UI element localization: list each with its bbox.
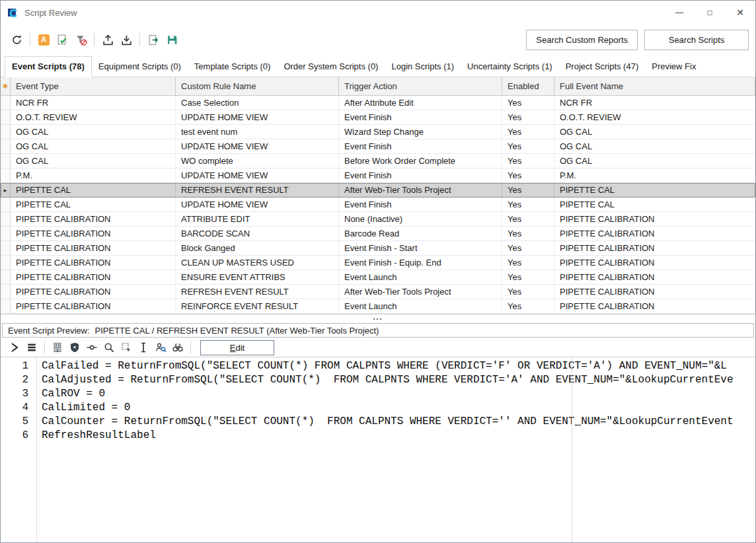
clear-filter-icon[interactable] (72, 32, 89, 48)
table-row[interactable]: OG CALUPDATE HOME VIEWEvent FinishYesOG … (1, 139, 755, 154)
row-selector[interactable] (1, 241, 11, 255)
code-editor[interactable]: 123456 CalFailed = ReturnFromSQL("SELECT… (1, 357, 755, 542)
table-row[interactable]: ▸PIPETTE CALREFRESH EVENT RESULTAfter We… (1, 183, 755, 198)
table-row[interactable]: NCR FRCase SelectionAfter Attribute Edit… (1, 96, 755, 110)
code-line[interactable]: CalLimited = 0 (42, 401, 755, 415)
save-icon[interactable] (163, 32, 180, 48)
tab-template-scripts-0[interactable]: Template Scripts (0) (188, 57, 278, 77)
table-row[interactable]: PIPETTE CALIBRATIONBARCODE SCANBarcode R… (1, 227, 755, 241)
toolbar-separator (139, 33, 140, 46)
line-number: 2 (1, 373, 28, 387)
code-line[interactable]: CalCounter = ReturnFromSQL("SELECT COUNT… (42, 415, 755, 429)
table-cell: CLEAN UP MASTERS USED (176, 256, 339, 270)
tab-order-system-scripts-0[interactable]: Order System Scripts (0) (277, 57, 385, 77)
table-row[interactable]: P.M.UPDATE HOME VIEWEvent FinishYesP.M. (1, 168, 755, 183)
user-search-icon[interactable] (153, 340, 169, 355)
zoom-icon[interactable] (101, 340, 117, 355)
row-selector[interactable] (1, 285, 11, 299)
table-cell: OG CAL (554, 139, 755, 153)
table-cell: Wizard Step Change (339, 125, 502, 139)
column-header-enabled[interactable]: Enabled (502, 77, 554, 95)
row-selector[interactable] (1, 110, 11, 124)
search-custom-reports-button[interactable]: Search Custom Reports (526, 30, 638, 50)
table-row[interactable]: PIPETTE CALIBRATIONCLEAN UP MASTERS USED… (1, 256, 755, 270)
column-header-custom-rule-name[interactable]: Custom Rule Name (176, 77, 339, 95)
row-selector[interactable] (1, 270, 11, 284)
table-cell: REFRESH EVENT RESULT (176, 183, 339, 197)
row-selector[interactable] (1, 212, 11, 226)
maximize-button[interactable]: □ (695, 1, 725, 24)
row-selector[interactable] (1, 139, 11, 153)
table-row[interactable]: OG CALWO completeBefore Work Order Compl… (1, 154, 755, 168)
tab-event-scripts-78[interactable]: Event Scripts (78) (5, 56, 92, 77)
code-line[interactable]: CalROV = 0 (42, 387, 755, 401)
binoculars-icon[interactable] (170, 340, 186, 355)
column-header-full-event-name[interactable]: Full Event Name (554, 77, 755, 95)
open-report-icon[interactable] (145, 32, 162, 48)
row-selector[interactable] (1, 299, 11, 313)
refresh-icon[interactable] (8, 32, 25, 48)
table-cell: PIPETTE CAL (554, 183, 755, 197)
search-scripts-button[interactable]: Search Scripts (644, 30, 749, 50)
table-cell: P.M. (11, 168, 176, 182)
tab-uncertainty-scripts-1[interactable]: Uncertainty Scripts (1) (461, 57, 559, 77)
table-row[interactable]: PIPETTE CALIBRATIONBlock GangedEvent Fin… (1, 241, 755, 256)
shield-icon[interactable] (67, 340, 83, 355)
code-lines[interactable]: CalFailed = ReturnFromSQL("SELECT COUNT(… (37, 357, 755, 542)
run-icon[interactable] (7, 340, 22, 355)
table-cell: Event Finish (339, 139, 502, 153)
code-line[interactable]: CalFailed = ReturnFromSQL("SELECT COUNT(… (42, 359, 755, 373)
validate-script-icon[interactable] (54, 32, 71, 48)
table-cell: ATTRIBUTE EDIT (176, 212, 339, 226)
table-cell: PIPETTE CALIBRATION (554, 241, 755, 255)
table-cell: PIPETTE CALIBRATION (554, 270, 755, 284)
table-row[interactable]: PIPETTE CALIBRATIONENSURE EVENT ATTRIBSE… (1, 270, 755, 285)
row-selector[interactable] (1, 198, 11, 211)
row-selector[interactable] (1, 125, 11, 139)
table-row[interactable]: PIPETTE CALIBRATIONATTRIBUTE EDITNone (I… (1, 212, 755, 227)
table-cell: test event num (176, 125, 339, 139)
row-selector[interactable]: ▸ (1, 183, 11, 197)
sql-icon[interactable] (50, 340, 65, 355)
import-icon[interactable] (118, 32, 135, 48)
tab-preview-fix[interactable]: Preview Fix (645, 57, 702, 77)
splitter-handle[interactable]: ••• (1, 314, 755, 322)
table-cell: Yes (502, 227, 554, 240)
code-line[interactable]: RefreshResultLabel (42, 429, 755, 443)
table-row[interactable]: O.O.T. REVIEWUPDATE HOME VIEWEvent Finis… (1, 110, 755, 125)
row-selector[interactable] (1, 96, 11, 110)
table-row[interactable]: PIPETTE CALIBRATIONREINFORCE EVENT RESUL… (1, 299, 755, 314)
select-region-icon[interactable] (118, 340, 134, 355)
table-row[interactable]: PIPETTE CALIBRATIONREFRESH EVENT RESULTA… (1, 285, 755, 299)
row-selector[interactable] (1, 256, 11, 270)
ibeam-icon[interactable] (135, 340, 151, 355)
table-cell: PIPETTE CALIBRATION (554, 285, 755, 299)
window-controls: — □ ✕ (664, 1, 755, 24)
edit-button[interactable]: Edit (200, 340, 274, 355)
table-row[interactable]: PIPETTE CALUPDATE HOME VIEWEvent FinishY… (1, 198, 755, 212)
tab-equipment-scripts-0[interactable]: Equipment Scripts (0) (92, 57, 188, 77)
table-cell: REINFORCE EVENT RESULT (176, 299, 339, 313)
table-cell: None (Inactive) (339, 212, 502, 226)
attribute-a-icon[interactable]: A (35, 32, 52, 48)
row-selector[interactable] (1, 154, 11, 168)
preview-label: Event Script Preview: (8, 326, 90, 336)
row-selector[interactable] (1, 227, 11, 240)
code-line[interactable]: CalAdjusted = ReturnFromSQL("SELECT COUN… (42, 373, 755, 387)
table-cell: ENSURE EVENT ATTRIBS (176, 270, 339, 284)
table-cell: Event Finish (339, 198, 502, 211)
close-button[interactable]: ✕ (725, 1, 755, 24)
row-selector[interactable] (1, 168, 11, 182)
tab-login-scripts-1[interactable]: Login Scripts (1) (385, 57, 461, 77)
table-row[interactable]: OG CALtest event numWizard Step ChangeYe… (1, 125, 755, 139)
table-cell: Yes (502, 285, 554, 299)
table-cell: PIPETTE CALIBRATION (11, 212, 176, 226)
stack-icon[interactable] (24, 340, 40, 355)
column-header-event-type[interactable]: Event Type (11, 77, 176, 95)
column-header-trigger-action[interactable]: Trigger Action (339, 77, 502, 95)
node-icon[interactable] (84, 340, 100, 355)
export-icon[interactable] (99, 32, 116, 48)
minimize-button[interactable]: — (664, 1, 695, 24)
tab-project-scripts-47[interactable]: Project Scripts (47) (559, 57, 646, 77)
table-cell: PIPETTE CALIBRATION (554, 256, 755, 270)
